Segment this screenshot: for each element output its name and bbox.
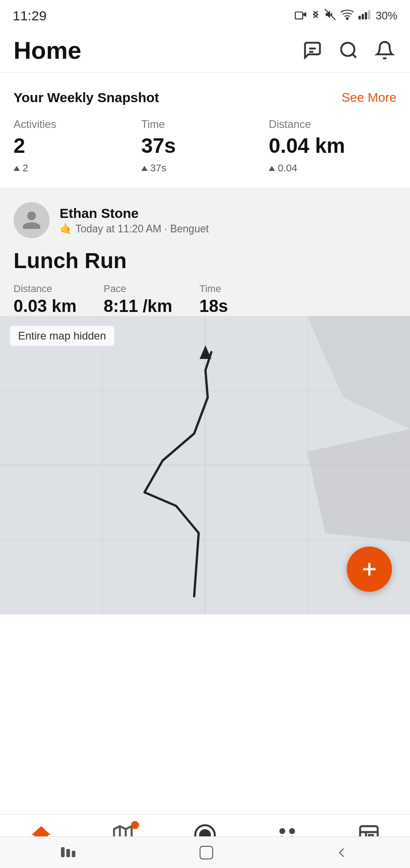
mute-icon	[324, 9, 336, 23]
act-stat-time: Time 18s	[200, 283, 228, 316]
signal-icon	[359, 9, 371, 22]
stat-activities-delta: 2	[14, 162, 141, 174]
stat-distance-value: 0.04 km	[269, 133, 396, 158]
header: Home	[0, 28, 410, 72]
map-hidden-label: Entire map hidden	[10, 326, 114, 346]
svg-point-10	[341, 43, 354, 56]
status-icons: 30%	[294, 9, 397, 23]
system-nav-bar	[0, 836, 410, 868]
delta-arrow-distance	[269, 166, 275, 171]
svg-point-30	[289, 828, 295, 834]
header-actions	[301, 38, 396, 62]
act-stat-distance-label: Distance	[14, 283, 76, 295]
stat-time: Time 37s 37s	[141, 118, 269, 174]
system-home-button[interactable]	[199, 845, 214, 860]
svg-rect-0	[295, 12, 303, 19]
svg-rect-39	[72, 851, 75, 857]
act-stat-pace: Pace 8:11 /km	[103, 283, 172, 316]
stat-activities-label: Activities	[14, 118, 141, 131]
svg-rect-5	[362, 14, 364, 19]
activity-section: Ethan Stone 🤙 Today at 11:20 AM · Bengue…	[0, 188, 410, 316]
camera-icon	[294, 9, 307, 22]
bluetooth-icon	[312, 9, 320, 23]
add-activity-button[interactable]	[347, 547, 392, 592]
status-time: 11:29	[13, 8, 47, 24]
user-meta: 🤙 Today at 11:20 AM · Benguet	[60, 223, 209, 235]
activity-type-icon: 🤙	[60, 223, 72, 235]
svg-rect-38	[66, 849, 70, 857]
battery-indicator: 30%	[376, 9, 397, 22]
stat-activities-delta-value: 2	[23, 162, 28, 174]
stat-activities-value: 2	[14, 133, 141, 158]
stat-activities: Activities 2 2	[14, 118, 141, 174]
status-bar: 11:29	[0, 0, 410, 28]
chat-button[interactable]	[301, 38, 324, 62]
svg-rect-4	[359, 16, 361, 19]
stat-time-delta-value: 37s	[150, 162, 166, 174]
stat-time-label: Time	[141, 118, 269, 131]
activity-title: Lunch Run	[14, 248, 396, 273]
user-info: Ethan Stone 🤙 Today at 11:20 AM · Bengue…	[60, 206, 209, 235]
svg-point-29	[279, 828, 285, 834]
activity-stats: Distance 0.03 km Pace 8:11 /km Time 18s	[14, 283, 396, 316]
svg-line-11	[353, 54, 356, 58]
system-menu-button[interactable]	[61, 847, 77, 858]
map-container[interactable]: Entire map hidden	[0, 316, 410, 614]
snapshot-stats: Activities 2 2 Time 37s 37s Distance 0.0…	[14, 118, 396, 174]
stat-distance-delta-value: 0.04	[278, 162, 297, 174]
act-stat-pace-value: 8:11 /km	[103, 297, 172, 316]
svg-rect-7	[368, 10, 370, 19]
search-button[interactable]	[337, 38, 360, 62]
svg-rect-37	[61, 847, 65, 857]
snapshot-title: Your Weekly Snapshot	[14, 90, 159, 105]
activity-timestamp: Today at 11:20 AM · Benguet	[75, 223, 209, 235]
stat-distance-delta: 0.04	[269, 162, 396, 174]
act-stat-distance-value: 0.03 km	[14, 297, 76, 316]
bottom-spacer	[0, 614, 410, 714]
weekly-snapshot-section: Your Weekly Snapshot See More Activities…	[0, 73, 410, 188]
delta-arrow-time	[141, 166, 148, 171]
act-stat-time-label: Time	[200, 283, 228, 295]
stat-distance-label: Distance	[269, 118, 396, 131]
user-name: Ethan Stone	[60, 206, 209, 221]
page-title: Home	[14, 36, 81, 64]
system-back-button[interactable]	[335, 846, 349, 859]
avatar	[14, 202, 50, 238]
snapshot-header: Your Weekly Snapshot See More	[14, 90, 396, 105]
act-stat-distance: Distance 0.03 km	[14, 283, 76, 316]
act-stat-time-value: 18s	[200, 297, 228, 316]
stat-time-delta: 37s	[141, 162, 269, 174]
svg-rect-6	[365, 12, 367, 19]
stat-distance: Distance 0.04 km 0.04	[269, 118, 396, 174]
see-more-link[interactable]: See More	[342, 90, 396, 105]
act-stat-pace-label: Pace	[103, 283, 172, 295]
wifi-icon	[340, 9, 354, 23]
svg-marker-1	[303, 12, 306, 17]
svg-point-3	[346, 18, 348, 19]
activity-user: Ethan Stone 🤙 Today at 11:20 AM · Bengue…	[14, 202, 396, 238]
delta-arrow-activities	[14, 166, 20, 171]
svg-rect-40	[200, 846, 213, 859]
maps-badge	[131, 821, 139, 829]
stat-time-value: 37s	[141, 133, 269, 158]
notifications-button[interactable]	[373, 38, 396, 62]
